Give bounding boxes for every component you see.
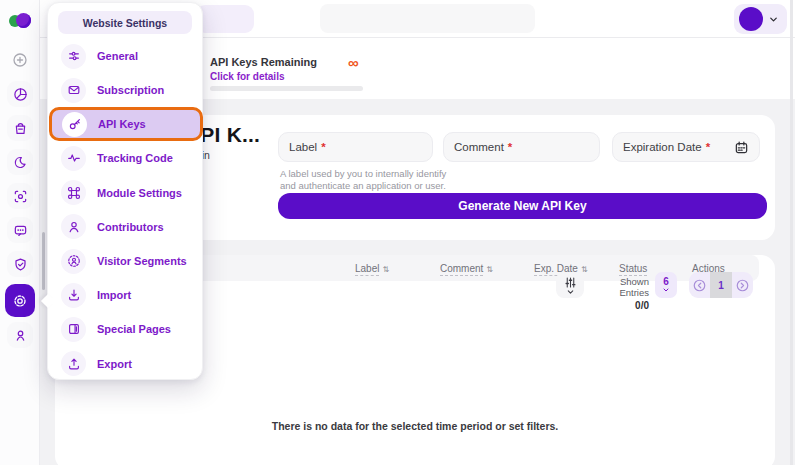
menu-item-label: API Keys [98,118,146,130]
sort-icon[interactable]: ⇅ [382,265,389,274]
comment-field-caption: Comment [454,141,504,153]
table-header-status: Status [619,263,692,274]
arrow-right-circle-icon [735,278,750,293]
menu-item-contributors[interactable]: Contributors [48,210,204,244]
current-page: 1 [710,272,731,298]
required-asterisk: * [706,141,710,153]
expiration-date-input[interactable]: Expiration Date * [612,132,760,162]
calendar-icon[interactable] [734,140,749,155]
menu-item-label: Import [97,289,131,301]
arrow-left-circle-icon [692,278,707,293]
menu-item-export[interactable]: Export [48,347,204,381]
required-asterisk: * [508,141,512,153]
menu-item-subscription[interactable]: Subscription [48,73,204,107]
chevron-down-icon [566,289,575,295]
person-pin-icon [13,328,28,343]
menu-item-label: Contributors [97,221,164,233]
shield-check-icon [13,257,28,272]
gear-icon [12,293,28,309]
next-page-button[interactable] [732,272,753,298]
menu-item-module-settings[interactable]: Module Settings [48,176,204,210]
bag-icon [13,121,28,136]
upload-tray-icon [61,351,86,376]
menu-item-api-keys[interactable]: API Keys [49,107,203,141]
label-helper-text: A label used by you to internally identi… [280,168,448,192]
menu-item-label: Export [97,358,132,370]
page-size-value: 6 [663,277,669,287]
page-size-select[interactable]: 6 [655,272,677,298]
sidebar-item-settings[interactable] [5,284,35,317]
label-input[interactable]: Label * [278,132,433,162]
person-icon [61,214,86,239]
comment-input[interactable]: Comment * [443,132,600,162]
sidebar-item-messages[interactable] [7,217,33,243]
generate-api-key-button[interactable]: Generate New API Key [278,193,767,219]
pagination: 1 [689,272,753,298]
infinity-value: ∞ [348,56,359,69]
website-settings-menu: Website Settings General Subscription AP… [47,2,203,380]
menu-item-special-pages[interactable]: Special Pages [48,312,204,346]
menu-item-label: Module Settings [97,187,182,199]
sidebar-item-goals[interactable] [7,183,33,209]
chat-icon [13,223,28,238]
plus-circle-icon [12,52,28,68]
person-dashed-circle-icon [61,249,86,274]
sort-icon[interactable]: ⇅ [581,265,588,274]
app-root: API Keys Remaining Click for details ∞ A… [0,0,795,465]
scan-target-icon [13,189,28,204]
chevron-down-icon [662,287,670,293]
label-field-caption: Label [289,141,317,153]
banner-title: API Keys Remaining [210,56,317,68]
menu-item-import[interactable]: Import [48,278,204,312]
table-header-label[interactable]: Label⇅ [355,263,440,274]
menu-item-visitor-segments[interactable]: Visitor Segments [48,244,204,278]
menu-item-label: Visitor Segments [97,255,187,267]
command-icon [61,180,86,205]
header-pill[interactable] [196,5,254,33]
sidebar-item-sessions[interactable] [7,149,33,175]
pie-chart-icon [13,87,28,102]
key-icon [62,112,87,137]
menu-item-general[interactable]: General [48,39,204,73]
sliders-icon [61,44,86,69]
shown-entries-value: 0/0 [593,300,649,311]
menu-item-tracking-code[interactable]: Tracking Code [48,141,204,175]
search-box[interactable] [320,4,535,33]
moon-swirl-icon [13,155,28,170]
table-header-comment[interactable]: Comment⇅ [440,263,534,274]
required-asterisk: * [321,141,325,153]
menu-item-label: Special Pages [97,323,171,335]
sidebar-item-privacy[interactable] [7,251,33,277]
menu-title: Website Settings [58,11,192,34]
menu-list: General Subscription API Keys Tracking C… [48,39,204,381]
pulse-icon [61,146,86,171]
sidebar-item-commerce[interactable] [7,115,33,141]
envelope-icon [61,78,86,103]
menu-item-label: Subscription [97,84,164,96]
details-link[interactable]: Click for details [210,71,284,82]
download-tray-icon [61,283,86,308]
chevron-down-icon [768,14,779,25]
quota-progress-bar [210,86,363,91]
sidebar-item-add[interactable] [7,47,33,73]
sidebar-item-analytics[interactable] [7,81,33,107]
previous-page-button[interactable] [689,272,710,298]
menu-item-label: Tracking Code [97,152,173,164]
sidebar-scrollbar-thumb[interactable] [42,232,45,290]
empty-state-message: There is no data for the selected time p… [55,420,775,432]
filter-sliders-icon [564,276,577,289]
app-sidebar [0,0,40,465]
user-menu[interactable] [734,4,787,34]
shown-entries: Shown Entries 0/0 [593,276,649,311]
sort-icon[interactable]: ⇅ [486,265,493,274]
avatar [739,7,763,31]
app-logo[interactable] [9,12,31,30]
column-filter-button[interactable] [556,272,584,298]
shown-entries-label: Shown Entries [593,276,649,298]
page-scrollbar[interactable] [790,0,793,465]
expiration-field-caption: Expiration Date [623,141,702,153]
sidebar-item-profile[interactable] [7,322,33,348]
book-icon [61,317,86,342]
menu-item-label: General [97,50,138,62]
